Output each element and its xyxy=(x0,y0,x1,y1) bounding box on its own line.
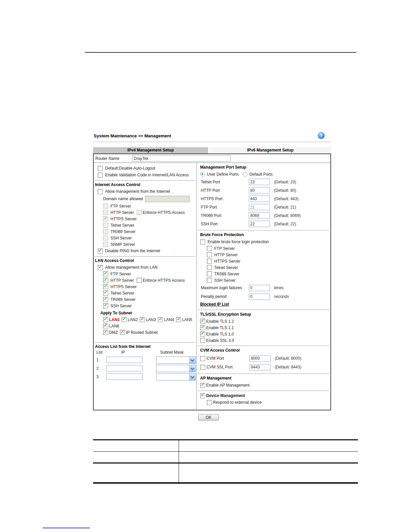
brute-force-enable-checkbox[interactable] xyxy=(200,239,205,245)
lan3-checkbox[interactable] xyxy=(140,317,145,322)
max-login-failures-input[interactable] xyxy=(249,285,270,291)
inet-https-server-checkbox[interactable] xyxy=(103,216,108,221)
tls-10-checkbox[interactable] xyxy=(200,331,205,337)
ssl-30-checkbox[interactable] xyxy=(200,338,205,343)
bf-ftp-server-label: FTP Server xyxy=(214,246,235,251)
access-list-mask-select-3[interactable] xyxy=(156,373,196,381)
separator xyxy=(198,373,329,374)
bf-https-server-option: HTTPS Server xyxy=(207,258,330,264)
http-port-default: (Default: 80) xyxy=(274,188,296,193)
lan4-checkbox[interactable] xyxy=(158,317,163,322)
ok-button[interactable]: OK xyxy=(198,414,219,420)
tls-12-option: Enable TLS 1.2 xyxy=(200,318,330,324)
lan-https-server-checkbox[interactable] xyxy=(103,284,108,289)
device-management-checkbox[interactable] xyxy=(200,393,205,398)
inet-https-server-option: HTTPS Server xyxy=(103,216,196,222)
lan-tr069-server-checkbox[interactable] xyxy=(103,297,108,302)
tls-12-checkbox[interactable] xyxy=(200,319,205,324)
penalty-period-input[interactable] xyxy=(249,294,270,300)
cvm-ssl-port-input[interactable] xyxy=(249,364,271,370)
bf-http-server-option: HTTP Server xyxy=(207,252,330,258)
access-list-row-3: 3 xyxy=(94,372,196,381)
table-cell xyxy=(93,440,179,451)
access-list-ip-input-1[interactable] xyxy=(106,357,143,363)
lan2-checkbox[interactable] xyxy=(122,317,127,322)
brute-force-protection-title: Brute Force Protection xyxy=(200,232,330,237)
lan5-checkbox[interactable] xyxy=(176,317,181,322)
validation-code-checkbox[interactable] xyxy=(98,173,103,178)
lan6-checkbox[interactable] xyxy=(103,323,108,328)
lan-http-server-checkbox[interactable] xyxy=(103,278,108,283)
cvm-port-checkbox[interactable] xyxy=(200,356,205,361)
ssh-port-input[interactable] xyxy=(249,221,270,227)
tab-ipv6-management-setup[interactable]: IPv6 Management Setup xyxy=(210,147,331,153)
router-name-input[interactable] xyxy=(132,155,231,162)
default-ports-radio[interactable] xyxy=(243,172,247,177)
inet-ssh-server-label: SSH Server xyxy=(110,236,132,240)
user-define-ports-radio[interactable] xyxy=(200,172,205,177)
auto-logout-option: Default:Disable Auto-Logout xyxy=(98,165,196,172)
enable-ap-management-label: Enable AP Management xyxy=(206,383,249,388)
domain-name-label: Domain name allowed xyxy=(103,196,143,201)
auto-logout-checkbox[interactable] xyxy=(98,166,103,171)
router-admin-screenshot: System Maintenance >> Management ? IPv4 … xyxy=(93,133,331,410)
lan-enforce-https-label: Enforce HTTPS Access xyxy=(143,278,185,283)
http-port-label: HTTP Port xyxy=(201,188,249,193)
inet-http-server-checkbox[interactable] xyxy=(103,210,108,215)
help-icon[interactable]: ? xyxy=(318,132,325,139)
apply-to-subnet-title: Apply To Subnet xyxy=(100,311,196,315)
allow-internet-management-checkbox[interactable] xyxy=(98,189,103,194)
access-list-mask-select-2[interactable] xyxy=(156,365,196,372)
cvm-ssl-port-checkbox[interactable] xyxy=(200,365,205,370)
inet-telnet-server-label: Telnet Server xyxy=(110,223,134,228)
cvm-port-input[interactable] xyxy=(249,355,271,362)
lan-telnet-server-checkbox[interactable] xyxy=(103,291,108,296)
tab-ipv4-management-setup[interactable]: IPv4 Management Setup xyxy=(93,147,208,153)
right-column: Management Port Setup User Define Ports … xyxy=(196,163,330,409)
lan-enforce-https-checkbox[interactable] xyxy=(137,278,142,283)
inet-snmp-server-checkbox[interactable] xyxy=(103,242,108,247)
tls-11-checkbox[interactable] xyxy=(200,325,205,330)
access-list-ip-input-2[interactable] xyxy=(106,365,143,371)
http-port-input[interactable] xyxy=(249,187,270,193)
lan1-label: LAN1 xyxy=(109,317,120,322)
access-list-col-ip: IP xyxy=(121,350,125,355)
bf-tr069-server-checkbox[interactable] xyxy=(207,271,212,276)
lan-ssh-server-checkbox[interactable] xyxy=(103,303,108,308)
access-list-row-2: 2 xyxy=(94,364,196,372)
access-list-mask-select-1[interactable] xyxy=(156,356,196,364)
ip-routed-subnet-checkbox[interactable] xyxy=(120,330,125,335)
inet-ssh-server-checkbox[interactable] xyxy=(103,235,108,240)
inet-telnet-server-checkbox[interactable] xyxy=(103,223,108,228)
bf-https-server-checkbox[interactable] xyxy=(207,259,212,264)
lan-telnet-server-label: Telnet Server xyxy=(110,291,134,296)
allow-lan-management-checkbox[interactable] xyxy=(98,265,103,270)
lan-ftp-server-checkbox[interactable] xyxy=(103,271,108,276)
lan1-checkbox[interactable] xyxy=(103,317,108,322)
bf-http-server-checkbox[interactable] xyxy=(207,252,212,257)
respond-external-device-checkbox[interactable] xyxy=(207,400,212,405)
blocked-ip-list-link[interactable]: Blocked IP List xyxy=(200,302,229,307)
lan-ftp-server-label: FTP Server xyxy=(110,272,131,276)
enable-ap-management-checkbox[interactable] xyxy=(200,383,205,388)
telnet-port-input[interactable] xyxy=(249,179,270,185)
inet-enforce-https-checkbox[interactable] xyxy=(137,210,142,215)
disable-ping-option: Disable PING from the Internet xyxy=(98,248,196,254)
bf-ssh-server-checkbox[interactable] xyxy=(207,278,212,283)
dmz-checkbox[interactable] xyxy=(103,330,108,335)
https-port-label: HTTPS Port xyxy=(201,196,249,201)
breadcrumb-rule xyxy=(93,142,331,142)
tr069-port-input[interactable] xyxy=(249,212,270,219)
inet-ftp-server-checkbox[interactable] xyxy=(103,204,108,209)
lan-tr069-server-option: TR069 Server xyxy=(103,296,196,303)
domain-name-input[interactable] xyxy=(145,196,190,202)
bf-telnet-server-checkbox[interactable] xyxy=(207,265,212,270)
ssh-port-default: (Default: 22) xyxy=(274,222,296,226)
allow-internet-management-label: Allow management from the Internet xyxy=(105,189,170,194)
access-list-ip-input-3[interactable] xyxy=(106,373,143,380)
disable-ping-checkbox[interactable] xyxy=(98,249,103,254)
https-port-input[interactable] xyxy=(249,195,270,202)
ftp-port-input[interactable] xyxy=(249,204,270,210)
bf-ftp-server-checkbox[interactable] xyxy=(207,246,212,251)
inet-tr069-server-checkbox[interactable] xyxy=(103,229,108,234)
